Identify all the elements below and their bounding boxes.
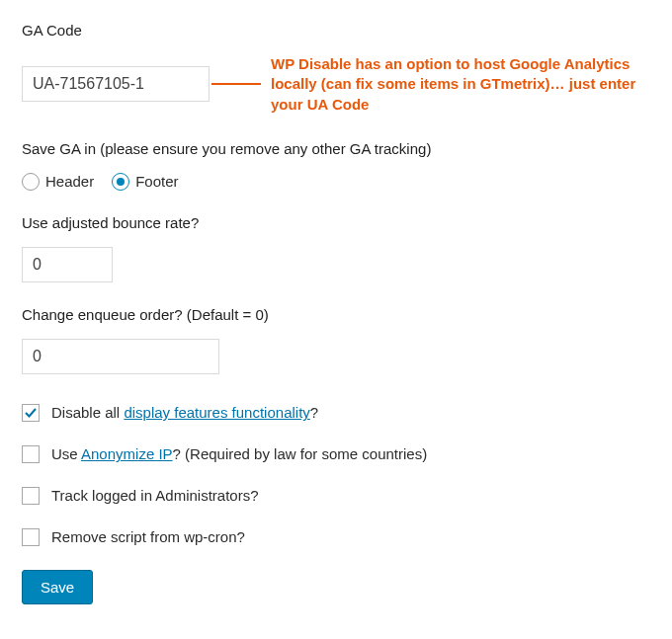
- radio-header-label: Header: [45, 173, 94, 190]
- save-ga-in-label: Save GA in (please ensure you remove any…: [22, 140, 650, 157]
- bounce-rate-label: Use adjusted bounce rate?: [22, 214, 650, 231]
- remove-cron-label: Remove script from wp-cron?: [51, 528, 245, 545]
- check-icon: [24, 406, 38, 420]
- ga-code-input[interactable]: [22, 66, 210, 102]
- anonymize-label: Use Anonymize IP? (Required by law for s…: [51, 445, 427, 462]
- radio-footer[interactable]: [112, 173, 129, 191]
- track-admins-label: Track logged in Administrators?: [51, 487, 259, 504]
- radio-header[interactable]: [22, 173, 40, 191]
- checkbox-disable-display[interactable]: [22, 404, 40, 422]
- enqueue-order-input[interactable]: [22, 339, 219, 374]
- disable-display-label: Disable all display features functionali…: [51, 404, 318, 421]
- annotation-text: WP Disable has an option to host Google …: [271, 54, 636, 115]
- display-features-link[interactable]: display features functionality: [124, 404, 309, 421]
- checkbox-anonymize[interactable]: [22, 445, 40, 463]
- radio-footer-label: Footer: [135, 173, 178, 190]
- enqueue-order-label: Change enqueue order? (Default = 0): [22, 306, 650, 323]
- anonymize-ip-link[interactable]: Anonymize IP: [81, 445, 173, 462]
- ga-code-label: GA Code: [22, 22, 650, 39]
- save-button[interactable]: Save: [22, 570, 93, 604]
- checkbox-remove-cron[interactable]: [22, 528, 40, 546]
- checkbox-track-admins[interactable]: [22, 487, 40, 505]
- bounce-rate-input[interactable]: [22, 247, 113, 282]
- annotation-connector: [211, 83, 261, 85]
